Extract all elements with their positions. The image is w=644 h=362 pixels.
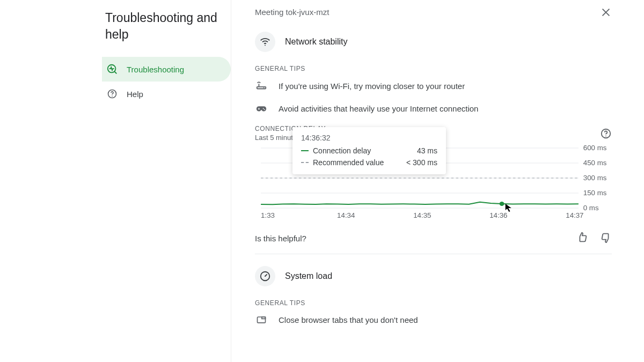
- tip-row: Close browser tabs that you don't need: [255, 314, 612, 325]
- connection-delay-chart: CONNECTION DELAY Last 5 minutes 0 ms150 …: [255, 125, 612, 220]
- divider: [255, 254, 612, 254]
- tooltip-delay-value: 43 ms: [417, 146, 437, 155]
- svg-point-6: [265, 45, 266, 46]
- thumbs-up-icon[interactable]: [576, 232, 588, 245]
- section-title-network: Network stability: [285, 37, 347, 47]
- tip-row: Avoid activities that heavily use your I…: [255, 102, 612, 114]
- svg-text:600 ms: 600 ms: [583, 145, 607, 152]
- gamepad-icon: [255, 102, 268, 114]
- tip-row: If you're using Wi-Fi, try moving closer…: [255, 80, 612, 92]
- sidebar: Troubleshooting and help Troubleshooting…: [0, 0, 231, 362]
- tip-text: Close browser tabs that you don't need: [279, 315, 418, 324]
- sidebar-item-label: Troubleshooting: [127, 65, 184, 74]
- page-title: Troubleshooting and help: [102, 10, 231, 57]
- svg-point-3: [112, 95, 113, 97]
- section-network-header: Network stability: [255, 32, 612, 52]
- chart-tooltip: 14:36:32 Connection delay 43 ms Recommen…: [292, 127, 446, 174]
- svg-point-9: [264, 87, 265, 88]
- svg-text:450 ms: 450 ms: [583, 160, 607, 167]
- tooltip-time: 14:36:32: [301, 134, 437, 142]
- svg-text:300 ms: 300 ms: [583, 175, 607, 182]
- svg-text:14:34: 14:34: [337, 212, 355, 219]
- tip-text: Avoid activities that heavily use your I…: [279, 104, 478, 113]
- meeting-id: Meeting tok-jvux-mzt: [255, 8, 612, 17]
- svg-text:0 ms: 0 ms: [583, 205, 599, 212]
- feedback-question: Is this helpful?: [255, 234, 306, 243]
- svg-point-11: [605, 136, 606, 137]
- close-icon[interactable]: [600, 6, 612, 20]
- tip-text: If you're using Wi-Fi, try moving closer…: [279, 82, 465, 91]
- svg-text:14:35: 14:35: [413, 212, 431, 219]
- sidebar-item-help[interactable]: Help: [102, 82, 231, 106]
- tab-icon: [255, 314, 268, 325]
- tooltip-rec-value: < 300 ms: [406, 158, 437, 167]
- general-tips-caption: GENERAL TIPS: [255, 65, 612, 72]
- svg-text:1:33: 1:33: [261, 212, 275, 219]
- svg-line-1: [115, 72, 117, 74]
- pulse-search-icon: [106, 63, 118, 75]
- svg-text:150 ms: 150 ms: [583, 190, 607, 197]
- feedback-bar: Is this helpful?: [255, 232, 612, 245]
- sidebar-item-troubleshooting[interactable]: Troubleshooting: [102, 57, 231, 82]
- legend-swatch-line: [301, 150, 309, 151]
- router-icon: [255, 80, 268, 92]
- svg-point-31: [265, 276, 266, 277]
- help-circle-icon[interactable]: [600, 128, 612, 142]
- svg-rect-7: [257, 87, 266, 89]
- section-system-header: System load: [255, 266, 612, 286]
- help-circle-icon: [106, 88, 118, 99]
- section-title-system: System load: [285, 271, 332, 281]
- wifi-icon: [255, 32, 275, 52]
- svg-text:14:37: 14:37: [566, 212, 583, 219]
- gauge-icon: [255, 266, 275, 286]
- sidebar-item-label: Help: [127, 90, 143, 99]
- tooltip-delay-label: Connection delay: [313, 146, 371, 155]
- tooltip-rec-label: Recommended value: [313, 158, 384, 167]
- general-tips-caption: GENERAL TIPS: [255, 299, 612, 307]
- main-panel: Meeting tok-jvux-mzt Network stability G…: [231, 0, 644, 362]
- legend-swatch-dash: [301, 162, 309, 163]
- thumbs-down-icon[interactable]: [600, 232, 612, 245]
- svg-point-23: [500, 202, 504, 206]
- svg-text:14:36: 14:36: [489, 212, 507, 219]
